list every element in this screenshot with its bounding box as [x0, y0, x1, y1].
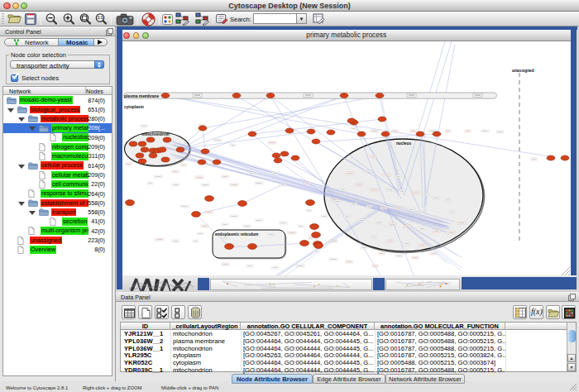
svg-text:endoplasmic reticulum: endoplasmic reticulum: [215, 232, 258, 237]
svg-text:plasma membrane: plasma membrane: [124, 94, 159, 98]
svg-text:cytoplasm: cytoplasm: [124, 105, 144, 109]
svg-text:nucleus: nucleus: [396, 141, 411, 146]
svg-text:1:1: 1:1: [98, 16, 103, 20]
svg-text:mitochondrion: mitochondrion: [141, 132, 170, 136]
svg-text:unassigned: unassigned: [512, 69, 534, 73]
